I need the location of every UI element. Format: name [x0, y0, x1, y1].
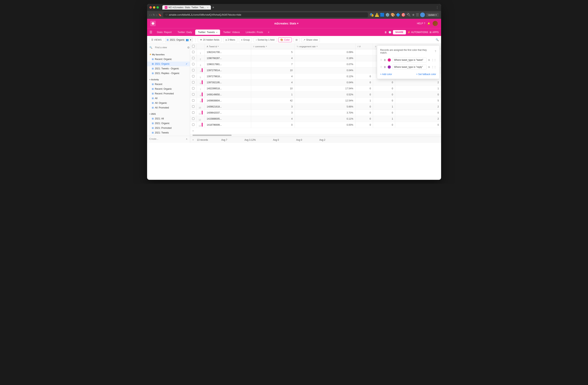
col5-cell-11[interactable]: 1: [373, 116, 395, 122]
profile-avatar[interactable]: [420, 13, 425, 17]
comments-cell-9[interactable]: 3: [251, 104, 294, 110]
tweet-id-cell-8[interactable]: 1409608804...: [205, 98, 251, 104]
row-checkbox-6[interactable]: [190, 86, 197, 92]
row-checkbox-0[interactable]: [190, 49, 197, 55]
tweet-id-cell-10[interactable]: 1409642037...: [205, 110, 251, 116]
refresh-button[interactable]: ↻: [153, 13, 155, 17]
add-tab-button[interactable]: +: [266, 30, 271, 35]
sidebar-item-recent-promoted[interactable]: ⊞ Recent: Promoted: [147, 91, 190, 96]
col6-cell-12[interactable]: 0: [395, 122, 441, 128]
engagement-cell-3[interactable]: 0.04%: [294, 67, 355, 74]
row-checkbox-8[interactable]: [190, 98, 197, 104]
col4-cell-9[interactable]: 0: [355, 104, 373, 110]
add-row-footer-button[interactable]: +: [192, 138, 194, 141]
address-field[interactable]: 🛡 airtable.com/tblbeMLJLAxmxXM8v/viwfQXR…: [163, 12, 368, 17]
row-checkbox-5[interactable]: [190, 79, 197, 86]
engagement-cell-9[interactable]: 5.66%: [294, 104, 355, 110]
engagement-column-header[interactable]: % engagement rate ▾: [294, 44, 355, 49]
trash-icon[interactable]: 🗑: [385, 31, 387, 34]
sort-button[interactable]: ↕ Sorted by 1 field: [253, 38, 277, 42]
add-row-button[interactable]: +: [190, 128, 441, 134]
set-fallback-button[interactable]: + Set fallback color: [416, 73, 436, 76]
more-options-icon[interactable]: ⋮: [436, 6, 439, 9]
tab-twitter-tweets[interactable]: Twitter: Tweets ▾: [195, 30, 220, 35]
new-tab-button[interactable]: +: [212, 6, 214, 9]
col5-cell-10[interactable]: 0: [373, 110, 395, 116]
col6-cell-7[interactable]: 0: [395, 92, 441, 98]
bookmark-button[interactable]: 🔖: [158, 13, 162, 17]
col5-cell-6[interactable]: 0: [373, 86, 395, 92]
comments-cell-8[interactable]: 42: [251, 98, 294, 104]
sidebar-item-recent-organic[interactable]: ⊞ Recent: Organic: [147, 57, 190, 61]
col4-column-header[interactable]: # #: [355, 44, 373, 49]
engagement-cell-1[interactable]: 0.18%: [294, 55, 355, 61]
color-picker-pink[interactable]: [388, 58, 391, 61]
col5-cell-12[interactable]: 0: [373, 122, 395, 128]
horizontal-scrollbar[interactable]: [192, 135, 231, 136]
sidebar-item-2021-organic[interactable]: ⊞ 2021: Organic ✓: [147, 61, 190, 66]
comments-cell-10[interactable]: 3: [251, 110, 294, 116]
row-checkbox-4[interactable]: [190, 74, 197, 79]
row-checkbox-2[interactable]: [190, 61, 197, 67]
sidebar-item-recent[interactable]: ⊞ Recent: [147, 82, 190, 87]
tweet-id-cell-6[interactable]: 1402399518...: [205, 86, 251, 92]
col5-cell-7[interactable]: 0: [373, 92, 395, 98]
tweet-id-cell-3[interactable]: 1397279514...: [205, 67, 251, 74]
tweet-id-cell-1[interactable]: 1390766287...: [205, 55, 251, 61]
automations-button[interactable]: ⚡ AUTOMATIONS: [407, 31, 428, 34]
help-button[interactable]: HELP ?: [417, 22, 425, 25]
col4-cell-6[interactable]: 0: [355, 86, 373, 92]
forward-button[interactable]: ›: [151, 13, 152, 17]
sidebar-item-2021-replies-organic[interactable]: ⊞ 2021: Replies - Organic: [147, 71, 190, 76]
col5-cell-5[interactable]: 0: [373, 79, 395, 86]
sidebar-item-2021-all[interactable]: ⊞ 2021: All: [147, 116, 190, 121]
col4-cell-0[interactable]: [355, 49, 373, 55]
trash-rule2-icon[interactable]: 🗑: [384, 66, 386, 68]
settings-icon[interactable]: ⚙: [187, 46, 190, 49]
comments-cell-5[interactable]: 4: [251, 79, 294, 86]
row-checkbox-1[interactable]: [190, 55, 197, 61]
row-checkbox-3[interactable]: [190, 67, 197, 74]
col5-cell-9[interactable]: 1: [373, 104, 395, 110]
color-button[interactable]: 🎨 Color: [278, 38, 292, 42]
comments-cell-1[interactable]: 4: [251, 55, 294, 61]
comments-cell-12[interactable]: 0: [251, 122, 294, 128]
col4-cell-2[interactable]: [355, 61, 373, 67]
engagement-cell-12[interactable]: 0.00%: [294, 122, 355, 128]
col6-cell-5[interactable]: 2: [395, 79, 441, 86]
sidebar-item-all-promoted[interactable]: ⊞ All: Promoted: [147, 105, 190, 110]
close-button[interactable]: [149, 6, 152, 9]
col4-cell-4[interactable]: 0: [355, 74, 373, 79]
tweet-id-cell-7[interactable]: 1408149650...: [205, 92, 251, 98]
comments-cell-7[interactable]: 1: [251, 92, 294, 98]
tab-twitter-daily[interactable]: Twitter: Daily: [175, 30, 195, 35]
col6-cell-6[interactable]: 1: [395, 86, 441, 92]
comments-cell-0[interactable]: 5: [251, 49, 294, 55]
tab-stats-report[interactable]: Stats: Report: [154, 30, 174, 35]
view-selector[interactable]: ⊞ 2021: Organic 👥 ▾: [165, 38, 193, 42]
app-title-dropdown-icon[interactable]: ▾: [297, 22, 298, 25]
comments-cell-2[interactable]: 7: [251, 61, 294, 67]
col4-cell-5[interactable]: 0: [355, 79, 373, 86]
engagement-cell-4[interactable]: 0.12%: [294, 74, 355, 79]
comments-column-header[interactable]: # comments ▾: [251, 44, 294, 49]
notifications-icon[interactable]: 🔔: [427, 22, 430, 25]
engagement-cell-6[interactable]: 17.54%: [294, 86, 355, 92]
tweet-id-cell-2[interactable]: 1396317881...: [205, 61, 251, 67]
tweet-id-cell-12[interactable]: 1418796699...: [205, 122, 251, 128]
more-rule2-icon[interactable]: ⋮⋮: [432, 66, 436, 68]
add-color-button[interactable]: + Add color: [380, 73, 392, 76]
col6-cell-8[interactable]: 5: [395, 98, 441, 104]
tab-linkedin-posts[interactable]: LinkedIn: Posts: [243, 30, 266, 35]
share-button[interactable]: SHARE: [393, 30, 406, 34]
update-button[interactable]: Update ≡: [426, 13, 439, 17]
fullscreen-button[interactable]: [156, 6, 159, 9]
col5-cell-8[interactable]: 0: [373, 98, 395, 104]
engagement-cell-5[interactable]: 0.04%: [294, 79, 355, 86]
back-button[interactable]: ‹: [149, 13, 150, 17]
sidebar-item-2021-organic-3[interactable]: ⊞ 2021: Organic: [147, 121, 190, 126]
col4-cell-12[interactable]: 0: [355, 122, 373, 128]
engagement-cell-8[interactable]: 12.54%: [294, 98, 355, 104]
tweet-id-column-header[interactable]: A Tweet id ▾: [205, 44, 251, 49]
drag-handle-icon[interactable]: ⠿: [380, 59, 382, 61]
